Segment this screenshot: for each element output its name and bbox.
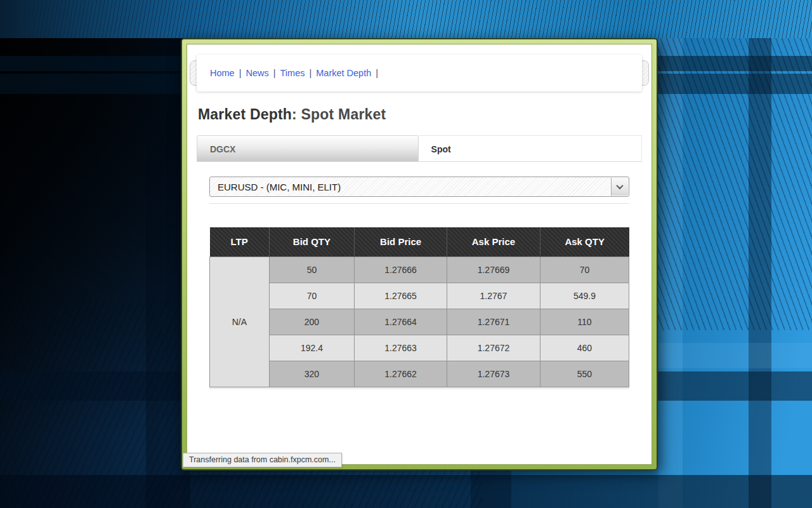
instrument-select-value: EURUSD - (MIC, MINI, ELIT): [218, 182, 341, 192]
header-ltp: LTP: [210, 227, 270, 257]
ask-price[interactable]: 1.27671: [447, 309, 540, 335]
table-row: 320 1.27662 1.27673 550: [210, 361, 629, 387]
bid-qty: 192.4: [269, 335, 354, 361]
status-bar: Transferring data from cabin.fxpcm.com..…: [183, 453, 342, 467]
page-title-secondary: : Spot Market: [292, 106, 386, 123]
page-title-primary: Market Depth: [198, 106, 292, 123]
table-row: N/A 50 1.27666 1.27669 70: [210, 257, 629, 283]
ask-price[interactable]: 1.2767: [447, 283, 540, 309]
bid-price[interactable]: 1.27662: [355, 361, 447, 387]
ask-qty: 549.9: [540, 283, 629, 309]
ask-price[interactable]: 1.27669: [447, 257, 540, 283]
header-ask-price: Ask Price: [447, 227, 540, 257]
ask-price[interactable]: 1.27672: [447, 335, 540, 361]
table-row: 70 1.27665 1.2767 549.9: [210, 283, 629, 309]
nav-separator: |: [273, 68, 276, 78]
nav-bar: Home | News | Times | Market Depth |: [197, 55, 642, 91]
browser-viewport: Home | News | Times | Market Depth | Mar…: [187, 44, 652, 465]
bid-price[interactable]: 1.27663: [355, 335, 447, 361]
page-content: Home | News | Times | Market Depth | Mar…: [187, 44, 652, 464]
nav-link-times[interactable]: Times: [280, 68, 305, 78]
ask-qty: 550: [540, 361, 629, 387]
bid-price[interactable]: 1.27665: [355, 283, 447, 309]
market-depth-table: LTP Bid QTY Bid Price Ask Price Ask QTY …: [209, 227, 629, 387]
divider-line: [209, 203, 629, 204]
ask-qty: 110: [540, 309, 629, 335]
browser-window-frame: Home | News | Times | Market Depth | Mar…: [181, 38, 658, 471]
ask-price[interactable]: 1.27673: [447, 361, 540, 387]
table-row: 192.4 1.27663 1.27672 460: [210, 335, 629, 361]
ask-qty: 460: [540, 335, 629, 361]
nav-link-home[interactable]: Home: [210, 68, 235, 78]
bid-qty: 200: [269, 309, 354, 335]
wallpaper-streaks-top-right: [657, 38, 812, 330]
nav-separator: |: [239, 68, 242, 78]
ask-qty: 70: [540, 257, 629, 283]
market-tabs: DGCX Spot: [197, 135, 642, 162]
nav-link-news[interactable]: News: [246, 68, 268, 78]
wallpaper-top-strip: [0, 0, 812, 38]
tab-dgcx[interactable]: DGCX: [197, 135, 419, 162]
instrument-select[interactable]: EURUSD - (MIC, MINI, ELIT): [209, 177, 629, 197]
page-title: Market Depth: Spot Market: [198, 106, 641, 123]
dropdown-arrow-button[interactable]: [611, 178, 628, 196]
bid-price[interactable]: 1.27666: [355, 257, 447, 283]
chevron-down-icon: [616, 182, 623, 189]
bid-qty: 70: [269, 283, 354, 309]
nav-separator: |: [309, 68, 311, 78]
table-header-row: LTP Bid QTY Bid Price Ask Price Ask QTY: [210, 227, 629, 257]
table-row: 200 1.27664 1.27671 110: [210, 309, 629, 335]
header-ask-qty: Ask QTY: [540, 227, 629, 257]
bid-qty: 50: [269, 257, 354, 283]
tab-spot[interactable]: Spot: [419, 135, 642, 162]
header-bid-qty: Bid QTY: [269, 227, 354, 257]
bid-price[interactable]: 1.27664: [355, 309, 447, 335]
wallpaper-band-right: [658, 343, 812, 368]
nav-link-market-depth[interactable]: Market Depth: [316, 68, 371, 78]
bid-qty: 320: [269, 361, 354, 387]
top-navigation: Home | News | Times | Market Depth |: [197, 55, 642, 91]
nav-separator: |: [376, 68, 378, 78]
header-bid-price: Bid Price: [355, 227, 447, 257]
ltp-value: N/A: [210, 257, 270, 387]
